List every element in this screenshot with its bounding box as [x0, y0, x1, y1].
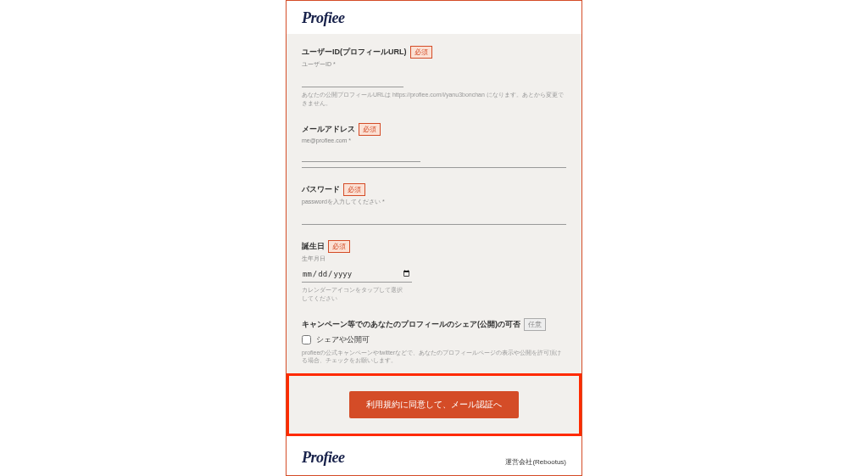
form-area: ユーザーID(プロフィールURL) 必須 ユーザーID * あなたの公開プロフィ…: [287, 34, 581, 373]
birthdate-input[interactable]: [302, 266, 412, 283]
user-id-help: あなたの公開プロフィールURLは https://profiee.com/i/y…: [302, 91, 566, 108]
email-sublabel: me@profiee.com *: [302, 137, 566, 143]
email-input[interactable]: [302, 148, 420, 162]
password-sublabel: passwordを入力してください *: [302, 198, 566, 206]
birthdate-help: カレンダーアイコンをタップして選択してください: [302, 286, 403, 303]
submit-button[interactable]: 利用規約に同意して、メール認証へ: [349, 391, 519, 418]
email-divider: [302, 167, 566, 168]
footer-logo: Profiee: [302, 449, 344, 467]
user-id-sublabel: ユーザーID *: [302, 60, 566, 69]
share-checkbox[interactable]: [302, 335, 311, 344]
password-input[interactable]: [302, 210, 566, 225]
required-badge: 必須: [410, 46, 432, 59]
required-badge: 必須: [359, 123, 381, 136]
header: Profiee: [287, 1, 581, 34]
optional-badge: 任意: [524, 318, 546, 331]
user-id-input[interactable]: [302, 73, 403, 87]
registration-container: Profiee ユーザーID(プロフィールURL) 必須 ユーザーID * あな…: [286, 0, 582, 476]
email-label: メールアドレス: [302, 124, 355, 135]
birthdate-sublabel: 生年月日: [302, 255, 566, 263]
birthdate-label: 誕生日: [302, 241, 325, 252]
password-label: パスワード: [302, 184, 340, 195]
footer-company: 運営会社(Rebootus): [505, 457, 566, 467]
birthdate-section: 誕生日 必須 生年月日 カレンダーアイコンをタップして選択してください: [302, 240, 566, 303]
user-id-section: ユーザーID(プロフィールURL) 必須 ユーザーID * あなたの公開プロフィ…: [302, 46, 566, 108]
brand-logo: Profiee: [302, 9, 566, 27]
share-section: キャンペーン等でのあなたのプロフィールのシェア(公開)の可否 任意 シェアや公開…: [302, 318, 566, 366]
share-help: profieeの公式キャンペーンやtwitterなどで、あなたのプロフィールペー…: [302, 349, 566, 366]
required-badge: 必須: [343, 183, 365, 196]
submit-area: 利用規約に同意して、メール認証へ: [287, 373, 581, 436]
required-badge: 必須: [328, 240, 350, 253]
share-label: キャンペーン等でのあなたのプロフィールのシェア(公開)の可否: [302, 319, 520, 330]
password-section: パスワード 必須 passwordを入力してください *: [302, 183, 566, 225]
user-id-label: ユーザーID(プロフィールURL): [302, 47, 407, 58]
email-section: メールアドレス 必須 me@profiee.com *: [302, 123, 566, 168]
footer: Profiee 運営会社(Rebootus): [287, 440, 581, 475]
share-checkbox-label: シェアや公開可: [316, 334, 370, 345]
